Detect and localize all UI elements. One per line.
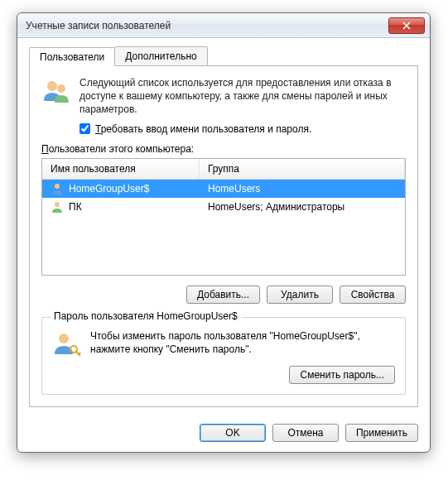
password-instruction: Чтобы изменить пароль пользователя "Home…	[90, 329, 395, 356]
require-credentials-checkbox[interactable]	[79, 123, 90, 134]
close-button[interactable]	[388, 17, 425, 34]
users-icon	[41, 76, 71, 106]
users-list-label: Пользователи этого компьютера:	[41, 143, 406, 155]
column-username[interactable]: Имя пользователя	[42, 159, 200, 179]
dialog-footer: OK Отмена Применить	[17, 417, 430, 452]
require-credentials-label: Требовать ввод имени пользователя и паро…	[95, 123, 311, 135]
apply-button[interactable]: Применить	[345, 424, 418, 442]
svg-point-1	[57, 84, 65, 93]
user-icon	[51, 200, 64, 214]
cell-username: HomeGroupUser$	[69, 183, 149, 194]
add-button[interactable]: Добавить...	[186, 286, 260, 304]
cell-group: HomeUsers; Администраторы	[200, 201, 405, 213]
table-row[interactable]: HomeGroupUser$ HomeUsers	[42, 180, 405, 198]
users-listview[interactable]: Имя пользователя Группа HomeGroupUser$ H…	[41, 158, 406, 276]
svg-point-0	[47, 81, 57, 91]
close-icon	[402, 22, 411, 30]
tab-advanced[interactable]: Дополнительно	[114, 46, 207, 65]
user-key-icon	[52, 329, 82, 359]
cell-group: HomeUsers	[200, 183, 405, 194]
svg-point-2	[55, 184, 60, 189]
remove-button[interactable]: Удалить	[267, 286, 333, 304]
ok-button[interactable]: OK	[200, 424, 266, 442]
column-group[interactable]: Группа	[200, 159, 405, 179]
user-icon	[51, 182, 64, 195]
password-group-title: Пароль пользователя HomeGroupUser$	[51, 310, 241, 322]
cell-username: ПК	[69, 201, 82, 213]
window-title: Учетные записи пользователей	[26, 20, 388, 31]
svg-point-4	[59, 334, 69, 343]
svg-point-3	[55, 202, 60, 207]
table-row[interactable]: ПК HomeUsers; Администраторы	[42, 198, 405, 216]
intro-text: Следующий список используется для предос…	[79, 76, 406, 117]
listview-header: Имя пользователя Группа	[42, 159, 405, 180]
tab-panel-users: Следующий список используется для предос…	[29, 65, 418, 407]
password-groupbox: Пароль пользователя HomeGroupUser$ Чтобы…	[41, 317, 406, 395]
user-accounts-dialog: Учетные записи пользователей Пользовател…	[17, 12, 431, 453]
titlebar[interactable]: Учетные записи пользователей	[17, 13, 430, 38]
change-password-button[interactable]: Сменить пароль...	[289, 366, 395, 384]
properties-button[interactable]: Свойства	[340, 286, 406, 304]
tabstrip: Пользователи Дополнительно	[29, 46, 418, 65]
tab-users[interactable]: Пользователи	[29, 47, 115, 66]
cancel-button[interactable]: Отмена	[272, 424, 339, 442]
